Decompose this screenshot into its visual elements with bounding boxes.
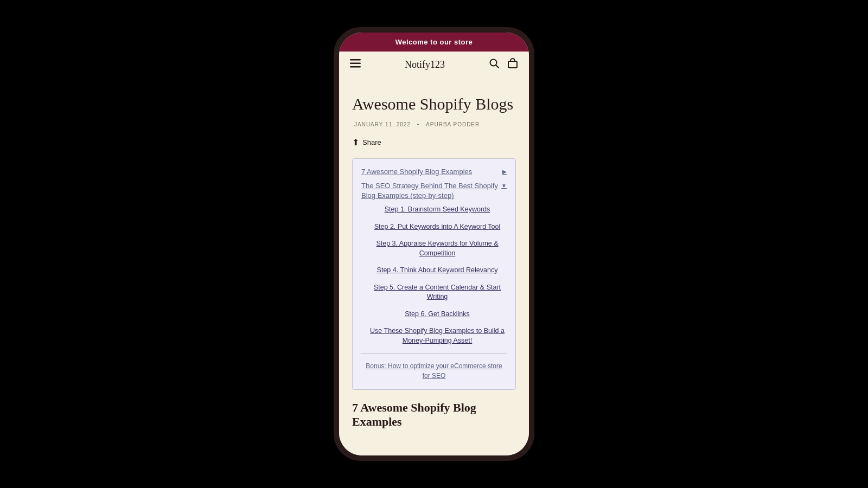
toc-item-3[interactable]: Step 3. Appraise Keywords for Volume & C…: [368, 239, 507, 258]
menu-icon[interactable]: [350, 59, 361, 70]
phone-frame: Welcome to our store Notify123: [334, 27, 534, 461]
article-author: APURBA PODDER: [426, 121, 480, 127]
svg-rect-5: [508, 61, 517, 68]
toc-section-2: The SEO Strategy Behind The Best Shopify…: [361, 181, 507, 345]
toc-section1-arrow: ▶: [502, 169, 507, 175]
table-of-contents: 7 Awesome Shopify Blog Examples ▶ The SE…: [352, 158, 516, 390]
navigation-bar: Notify123: [339, 52, 529, 78]
toc-divider: [361, 353, 507, 354]
svg-rect-2: [350, 66, 361, 68]
share-label: Share: [362, 138, 381, 146]
svg-line-4: [496, 65, 499, 68]
banner-text: Welcome to our store: [395, 38, 473, 46]
article-meta: JANUARY 11, 2022 • APURBA PODDER: [352, 121, 516, 127]
store-logo: Notify123: [405, 59, 445, 70]
toc-section1-label: 7 Awesome Shopify Blog Examples: [361, 168, 472, 176]
toc-item-6[interactable]: Step 6. Get Backlinks: [368, 310, 507, 319]
toc-section-1: 7 Awesome Shopify Blog Examples ▶: [361, 168, 507, 176]
toc-item-4[interactable]: Step 4. Think About Keyword Relevancy: [368, 266, 507, 275]
svg-rect-0: [350, 59, 361, 61]
toc-link-section2[interactable]: The SEO Strategy Behind The Best Shopify…: [361, 181, 507, 201]
article-date: JANUARY 11, 2022: [354, 121, 411, 127]
search-icon[interactable]: [489, 58, 500, 72]
toc-item-1[interactable]: Step 1. Brainstorm Seed Keywords: [368, 205, 507, 215]
article-title: Awesome Shopify Blogs: [352, 94, 516, 114]
toc-item-7[interactable]: Use These Shopify Blog Examples to Build…: [368, 326, 507, 345]
toc-link-section1[interactable]: 7 Awesome Shopify Blog Examples ▶: [361, 168, 507, 176]
toc-item-2[interactable]: Step 2. Put Keywords into A Keyword Tool: [368, 222, 507, 232]
cart-icon[interactable]: [507, 58, 518, 72]
toc-item-5[interactable]: Step 5. Create a Content Calendar & Star…: [368, 283, 507, 302]
toc-bonus-link[interactable]: Bonus: How to optimize your eCommerce st…: [361, 359, 507, 381]
section-heading: 7 Awesome Shopify Blog Examples: [352, 401, 516, 429]
toc-section2-arrow: ▼: [501, 182, 507, 190]
phone-screen: Welcome to our store Notify123: [339, 33, 529, 455]
content-area: Awesome Shopify Blogs JANUARY 11, 2022 •…: [339, 78, 529, 455]
share-icon: ⬆: [352, 137, 359, 147]
svg-rect-1: [350, 63, 361, 65]
nav-action-icons: [489, 58, 518, 72]
meta-separator: •: [417, 121, 420, 127]
toc-section2-label: The SEO Strategy Behind The Best Shopify…: [361, 181, 501, 201]
store-banner: Welcome to our store: [339, 33, 529, 52]
share-button[interactable]: ⬆ Share: [352, 137, 381, 147]
toc-items-list: Step 1. Brainstorm Seed Keywords Step 2.…: [361, 205, 507, 345]
